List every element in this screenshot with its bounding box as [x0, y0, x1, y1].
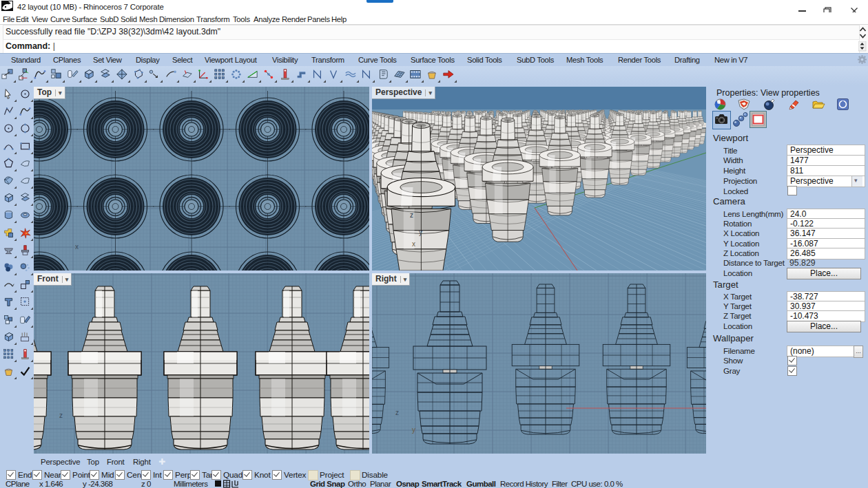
svg-text:y: y: [412, 426, 415, 434]
svg-text:x: x: [75, 243, 79, 251]
svg-text:z: z: [410, 211, 413, 219]
svg-text:z: z: [59, 412, 63, 419]
svg-text:z: z: [395, 409, 399, 416]
svg-text:x: x: [412, 240, 415, 248]
svg-text:y: y: [419, 229, 422, 236]
